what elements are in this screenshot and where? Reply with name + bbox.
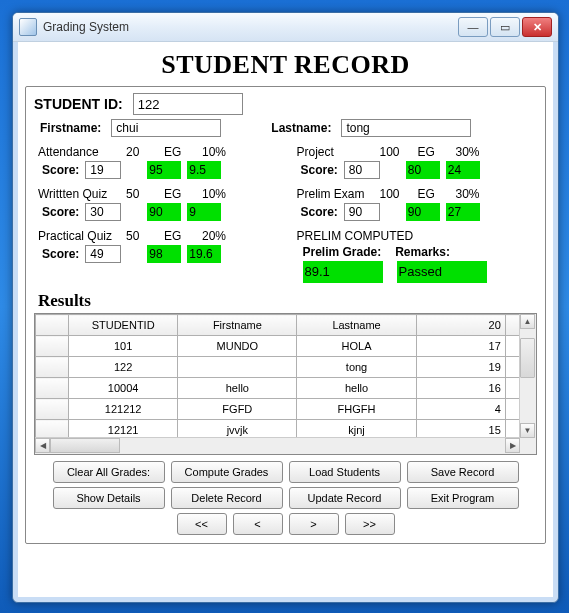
cell-col4[interactable]: 19 (416, 357, 505, 378)
grid-corner[interactable] (36, 315, 69, 336)
attendance-score-label: Score: (42, 163, 79, 177)
computed-title: PRELIM COMPUTED (297, 229, 538, 243)
row-header[interactable] (36, 399, 69, 420)
practical-eg-label: EG (164, 229, 194, 243)
student-id-input[interactable] (133, 93, 243, 115)
scroll-left-icon[interactable]: ◀ (35, 438, 50, 453)
titlebar[interactable]: Grading System — ▭ ✕ (13, 13, 558, 42)
minimize-button[interactable]: — (458, 17, 488, 37)
cell-firstname[interactable]: chui (178, 357, 297, 378)
cell-lastname[interactable]: HOLA (297, 336, 416, 357)
table-row[interactable]: 122chuitong1995 (36, 357, 521, 378)
lastname-input[interactable] (341, 119, 471, 137)
cell-col4[interactable]: 17 (416, 336, 505, 357)
update-record-button[interactable]: Update Record (289, 487, 401, 509)
practical-score-input[interactable] (85, 245, 121, 263)
delete-record-button[interactable]: Delete Record (171, 487, 283, 509)
grid-header[interactable]: Firstname (178, 315, 297, 336)
prelim-group: Prelim Exam 100 EG 30% Score: 90 27 (293, 187, 538, 221)
scroll-down-icon[interactable]: ▼ (520, 423, 535, 438)
save-record-button[interactable]: Save Record (407, 461, 519, 483)
firstname-label: Firstname: (40, 121, 101, 135)
scroll-thumb-horizontal[interactable] (50, 438, 120, 453)
prelim-grade-label: Prelim Grade: (303, 245, 382, 259)
written-title: Writtten Quiz (38, 187, 118, 201)
results-grid[interactable]: STUDENTIDFirstnameLastname20EG101MUNDOHO… (34, 313, 537, 455)
scroll-thumb-vertical[interactable] (520, 338, 535, 378)
cell-col5[interactable]: 75 (505, 420, 520, 439)
exit-program-button[interactable]: Exit Program (407, 487, 519, 509)
cell-studentid[interactable]: 12121 (69, 420, 178, 439)
project-eg-label: EG (418, 145, 448, 159)
show-details-button[interactable]: Show Details (53, 487, 165, 509)
cell-studentid[interactable]: 101 (69, 336, 178, 357)
cell-lastname[interactable]: kjnj (297, 420, 416, 439)
cell-col5[interactable]: 80 (505, 378, 520, 399)
written-eg-value: 90 (147, 203, 181, 221)
scroll-up-icon[interactable]: ▲ (520, 314, 535, 329)
cell-lastname[interactable]: FHGFH (297, 399, 416, 420)
grid-header[interactable]: Lastname (297, 315, 416, 336)
prelim-eg-label: EG (418, 187, 448, 201)
table-row[interactable]: 12121jvvjkkjnj1575 (36, 420, 521, 439)
cell-col4[interactable]: 16 (416, 378, 505, 399)
attendance-score-input[interactable] (85, 161, 121, 179)
nav-last-button[interactable]: >> (345, 513, 395, 535)
table-row[interactable]: 121212FGFDFHGFH420 (36, 399, 521, 420)
attendance-calc-value: 9.5 (187, 161, 221, 179)
practical-group: Practical Quiz 50 EG 20% Score: 98 19.6 (34, 229, 279, 263)
project-calc-value: 24 (446, 161, 480, 179)
app-icon (19, 18, 37, 36)
practical-pct: 20% (202, 229, 226, 243)
cell-firstname[interactable]: FGFD (178, 399, 297, 420)
maximize-button[interactable]: ▭ (490, 17, 520, 37)
attendance-eg-label: EG (164, 145, 194, 159)
cell-col4[interactable]: 15 (416, 420, 505, 439)
cell-studentid[interactable]: 122 (69, 357, 178, 378)
project-score-label: Score: (301, 163, 338, 177)
row-header[interactable] (36, 357, 69, 378)
prelim-pct: 30% (456, 187, 480, 201)
cell-studentid[interactable]: 121212 (69, 399, 178, 420)
attendance-max: 20 (126, 145, 156, 159)
prelim-title: Prelim Exam (297, 187, 372, 201)
row-header[interactable] (36, 378, 69, 399)
cell-col5[interactable]: 95 (505, 357, 520, 378)
cell-col4[interactable]: 4 (416, 399, 505, 420)
compute-grades-button[interactable]: Compute Grades (171, 461, 283, 483)
attendance-pct: 10% (202, 145, 226, 159)
horizontal-scrollbar[interactable]: ◀ ▶ (35, 437, 520, 454)
vertical-scrollbar[interactable]: ▲ ▼ (519, 314, 536, 438)
cell-lastname[interactable]: hello (297, 378, 416, 399)
cell-col5[interactable]: 85 (505, 336, 520, 357)
project-score-input[interactable] (344, 161, 380, 179)
practical-max: 50 (126, 229, 156, 243)
row-header[interactable] (36, 336, 69, 357)
cell-studentid[interactable]: 10004 (69, 378, 178, 399)
firstname-input[interactable] (111, 119, 221, 137)
nav-prev-button[interactable]: < (233, 513, 283, 535)
grid-header[interactable]: EG (505, 315, 520, 336)
clear-all-grades-button[interactable]: Clear All Grades: (53, 461, 165, 483)
computed-group: PRELIM COMPUTED Prelim Grade: Remarks: 8… (293, 229, 538, 283)
cell-firstname[interactable]: MUNDO (178, 336, 297, 357)
project-eg-value: 80 (406, 161, 440, 179)
cell-col5[interactable]: 20 (505, 399, 520, 420)
grid-header[interactable]: STUDENTID (69, 315, 178, 336)
prelim-score-input[interactable] (344, 203, 380, 221)
close-button[interactable]: ✕ (522, 17, 552, 37)
table-row[interactable]: 101MUNDOHOLA1785 (36, 336, 521, 357)
nav-first-button[interactable]: << (177, 513, 227, 535)
cell-firstname[interactable]: hello (178, 378, 297, 399)
cell-lastname[interactable]: tong (297, 357, 416, 378)
written-score-input[interactable] (85, 203, 121, 221)
row-header[interactable] (36, 420, 69, 439)
load-students-button[interactable]: Load Students (289, 461, 401, 483)
nav-next-button[interactable]: > (289, 513, 339, 535)
scroll-right-icon[interactable]: ▶ (505, 438, 520, 453)
cell-firstname[interactable]: jvvjk (178, 420, 297, 439)
project-group: Project 100 EG 30% Score: 80 24 (293, 145, 538, 179)
practical-eg-value: 98 (147, 245, 181, 263)
grid-header[interactable]: 20 (416, 315, 505, 336)
table-row[interactable]: 10004hellohello1680 (36, 378, 521, 399)
